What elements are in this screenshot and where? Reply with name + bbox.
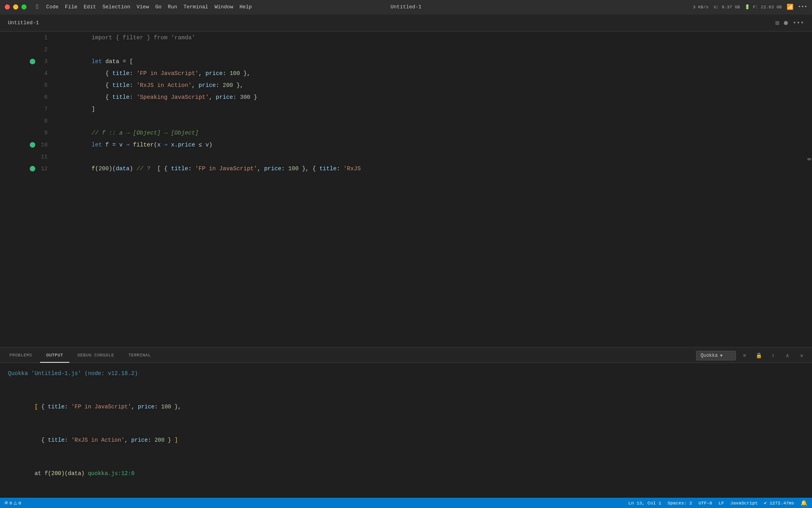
- network-stat: 3 KB/s U: 9.37 GB: [693, 5, 740, 10]
- traffic-lights: [5, 4, 27, 10]
- minimize-button[interactable]: [13, 4, 18, 10]
- line-num-3: 3: [36, 56, 57, 67]
- notifications-icon[interactable]: 🔔: [801, 500, 807, 506]
- output-line-1: [ { title: 'FP in JavaScript', price: 10…: [8, 390, 804, 423]
- language-mode[interactable]: JavaScript: [730, 500, 758, 506]
- code-line-1: 1 import { filter } from 'ramda': [29, 32, 812, 44]
- panel: PROBLEMS OUTPUT DEBUG CONSOLE TERMINAL Q…: [0, 347, 812, 498]
- output-header-line: Quokka 'Untitled-1.js' (node: v12.18.2): [8, 368, 804, 379]
- lock-icon[interactable]: 🔒: [753, 350, 764, 361]
- maximize-button[interactable]: [21, 4, 27, 10]
- line-num-10: 10: [36, 139, 57, 151]
- statusbar-left: ⊘ 0 △ 0: [5, 500, 21, 506]
- line-code-12: f(200)(data) // ? [ { title: 'FP in Java…: [57, 151, 812, 187]
- error-count[interactable]: ⊘ 0 △ 0: [5, 500, 21, 506]
- more-icon[interactable]: •••: [798, 4, 807, 10]
- cursor-position[interactable]: Ln 13, Col 1: [628, 500, 661, 506]
- gutter-10: [29, 142, 36, 148]
- code-line-10: 10 let f = v ⇒ filter(x ⇒ x.price ≤ v): [29, 139, 812, 151]
- menubar:  Code File Edit Selection View Go Run T…: [0, 0, 812, 14]
- menu-window[interactable]: Window: [214, 4, 233, 10]
- clear-output-icon[interactable]: ≡: [739, 350, 750, 361]
- tab-output[interactable]: OUTPUT: [40, 348, 70, 363]
- indentation[interactable]: Spaces: 2: [668, 500, 692, 506]
- breakpoint-10: [30, 142, 35, 148]
- menu-terminal[interactable]: Terminal: [184, 4, 208, 10]
- system-stats: 3 KB/s U: 9.37 GB 🔋 F: 22.63 GB 📶 •••: [693, 4, 807, 10]
- tab-title[interactable]: Untitled-1: [8, 20, 39, 26]
- editor-area[interactable]: 1 import { filter } from 'ramda' 2 3 let…: [0, 32, 812, 498]
- line-num-12: 12: [36, 163, 57, 175]
- apple-logo-icon: : [36, 4, 40, 11]
- menu-go[interactable]: Go: [155, 4, 162, 10]
- error-number: 0: [10, 500, 12, 506]
- open-in-editor-icon[interactable]: ⇧: [768, 350, 779, 361]
- titlebar: Untitled-1 ⊞ •••: [0, 14, 812, 32]
- menu-run[interactable]: Run: [168, 4, 177, 10]
- bracket-open: [: [34, 404, 41, 410]
- line-num-9: 9: [36, 127, 57, 139]
- menu-edit[interactable]: Edit: [84, 4, 96, 10]
- battery-stat: 🔋 F: 22.63 GB: [745, 4, 781, 10]
- output-source-dropdown[interactable]: Quokka ▼: [696, 351, 736, 360]
- line-num-7: 7: [36, 103, 57, 115]
- panel-content: Quokka 'Untitled-1.js' (node: v12.18.2) …: [0, 363, 812, 498]
- menu-view[interactable]: View: [136, 4, 149, 10]
- chevron-down-icon: ▼: [720, 354, 722, 358]
- split-editor-icon[interactable]: ⊞: [776, 19, 779, 27]
- line-num-5: 5: [36, 79, 57, 91]
- code-line-12: 12 f(200)(data) // ? [ { title: 'FP in J…: [29, 163, 812, 175]
- code-lines-container[interactable]: 1 import { filter } from 'ramda' 2 3 let…: [29, 32, 812, 347]
- collapse-panel-icon[interactable]: ∧: [782, 350, 793, 361]
- output-empty-line: [8, 379, 804, 390]
- panel-tab-actions: Quokka ▼ ≡ 🔒 ⇧ ∧ ✕: [691, 350, 812, 363]
- wifi-icon: 📶: [787, 4, 793, 10]
- scrollbar-thumb[interactable]: [807, 158, 811, 160]
- output-line-3: at f(200)(data) quokka.js:12:0: [8, 457, 804, 490]
- menu-file[interactable]: File: [65, 4, 77, 10]
- line-num-6: 6: [36, 91, 57, 103]
- close-panel-icon[interactable]: ✕: [796, 350, 807, 361]
- tab-problems[interactable]: PROBLEMS: [3, 348, 38, 363]
- menu-code[interactable]: Code: [46, 4, 59, 10]
- output-line-2: { title: 'RxJS in Action', price: 200 } …: [8, 423, 804, 457]
- tab-debug-console[interactable]: DEBUG CONSOLE: [71, 348, 120, 363]
- more-options-icon[interactable]: •••: [793, 19, 804, 27]
- menu-help[interactable]: Help: [239, 4, 252, 10]
- statusbar-right: Ln 13, Col 1 Spaces: 2 UTF-8 LF JavaScri…: [628, 500, 807, 506]
- encoding[interactable]: UTF-8: [699, 500, 712, 506]
- dropdown-label: Quokka: [701, 353, 718, 358]
- code-editor[interactable]: 1 import { filter } from 'ramda' 2 3 let…: [0, 32, 812, 347]
- quokka-link[interactable]: quokka.js:12:0: [88, 470, 135, 477]
- eol[interactable]: LF: [718, 500, 724, 506]
- warning-number: 0: [19, 500, 21, 506]
- titlebar-actions: ⊞ •••: [776, 19, 804, 27]
- statusbar: ⊘ 0 △ 0 Ln 13, Col 1 Spaces: 2 UTF-8 LF …: [0, 498, 812, 508]
- error-icon: ⊘: [5, 500, 8, 506]
- breakpoint-3: [30, 59, 35, 64]
- code-line-7: 7 ]: [29, 103, 812, 115]
- menu-selection[interactable]: Selection: [102, 4, 130, 10]
- window-title: Untitled-1: [391, 4, 421, 10]
- vertical-scrollbar[interactable]: [806, 32, 812, 347]
- line-num-2: 2: [36, 44, 57, 56]
- gutter-12: [29, 166, 36, 171]
- gutter-area: [0, 32, 29, 347]
- line-num-11: 11: [36, 151, 57, 163]
- dot-indicator: [784, 21, 788, 25]
- tab-terminal[interactable]: TERMINAL: [122, 348, 157, 363]
- breakpoint-12: [30, 166, 35, 171]
- panel-tabs: PROBLEMS OUTPUT DEBUG CONSOLE TERMINAL Q…: [0, 347, 812, 363]
- timing-status: ✔ 1272.47ms: [764, 500, 794, 506]
- line-num-8: 8: [36, 115, 57, 127]
- line-num-4: 4: [36, 67, 57, 79]
- close-button[interactable]: [5, 4, 10, 10]
- gutter-3: [29, 59, 36, 64]
- warning-icon: △: [14, 500, 17, 506]
- line-num-1: 1: [36, 32, 57, 44]
